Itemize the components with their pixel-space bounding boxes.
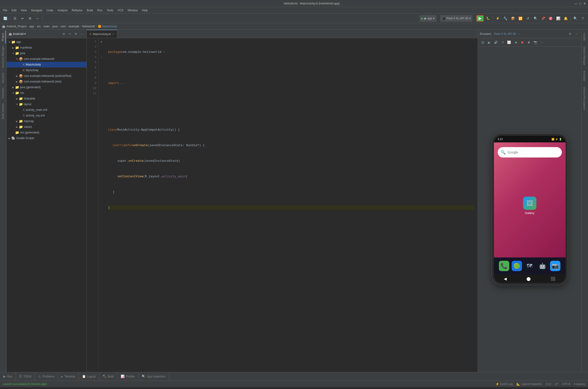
app-camera[interactable]: 📷 [550, 261, 560, 271]
tree-item-java-generated[interactable]: ▶ 📁 java (generated) [7, 84, 87, 90]
tree-item-mipmap[interactable]: ▶ 📁 mipmap [7, 118, 87, 124]
sidebar-item-build-variants[interactable]: Build Variants [0, 101, 6, 121]
google-search-bar[interactable]: 🔍 [498, 147, 562, 158]
app-android[interactable]: 🤖 [537, 261, 548, 271]
sidebar-item-resource-manager[interactable]: Resource Manager [0, 43, 6, 70]
build-action-6[interactable]: 🔍 [532, 15, 539, 22]
project-list-button[interactable]: ☰ [12, 15, 18, 22]
right-tab-gradle[interactable]: Gradle [582, 31, 588, 43]
build-action-10[interactable]: 🔔 [562, 15, 569, 22]
minimize-panel-button[interactable]: ─ [34, 15, 41, 22]
right-tab-emulator[interactable]: Emulator [582, 69, 588, 84]
app-selector[interactable]: ▶ ▶ app ▾ [420, 15, 436, 22]
phone-screen[interactable]: 🔍 🖼 Gallery [494, 142, 566, 258]
panel-action-minimize[interactable]: ─ [79, 31, 85, 36]
bottom-tab-logcat[interactable]: 📋 Logcat [79, 372, 99, 381]
bottom-tab-profiler[interactable]: 📊 Profiler [117, 372, 138, 381]
editor-tab-mainactivity[interactable]: K MainActivity.kt ✕ [87, 30, 117, 38]
menu-item-analyze[interactable]: Analyze [56, 8, 69, 13]
menu-item-run[interactable]: Run [96, 8, 104, 13]
right-tab-device-file-explorer[interactable]: Device File Explorer [582, 85, 588, 112]
tree-item-mainactivity[interactable]: K MainActivity [7, 62, 87, 67]
panel-action-2[interactable]: ≡ [67, 31, 72, 36]
bc-project[interactable]: Android_Project [6, 25, 26, 28]
tree-item-myactivity[interactable]: K MyActivity [7, 67, 87, 73]
menu-item-help[interactable]: Help [140, 8, 150, 13]
tree-item-res-generated[interactable]: 📁 res (generated) [7, 130, 87, 135]
emu-camera[interactable]: 📷 [533, 40, 538, 45]
sidebar-item-favorites[interactable]: Favorites [0, 85, 6, 101]
nav-home[interactable]: ⬤ [526, 277, 531, 281]
emu-vol-down[interactable]: 🔉 [486, 40, 492, 45]
menu-item-navigate[interactable]: Navigate [29, 8, 44, 13]
tree-item-test[interactable]: ▶ 📦 com.example.helloworld (test) [7, 79, 87, 84]
code-editor[interactable]: 12345 678910 11 ● → package com.example.… [87, 38, 478, 372]
build-action-8[interactable]: 🎯 [547, 15, 554, 22]
bc-mainactivity[interactable]: 🟠 MainActivity [98, 25, 117, 28]
emulator-settings[interactable]: ⚙ [567, 31, 573, 37]
emu-back[interactable]: ◀ [513, 40, 519, 45]
tree-item-java[interactable]: ▼ 📁 java [7, 50, 87, 56]
close-button[interactable]: ✕ [583, 2, 586, 5]
bc-helloworld[interactable]: helloworld [82, 25, 95, 28]
tree-item-res[interactable]: ▼ 📁 res [7, 90, 87, 96]
build-action-4[interactable]: 🔁 [517, 15, 524, 22]
window-controls[interactable]: — □ ✕ [574, 2, 586, 5]
run-button[interactable]: ▶ [476, 15, 484, 22]
tree-item-activity-main[interactable]: X activity_main.xml [7, 107, 87, 113]
app-play-store[interactable]: 🟢 [512, 261, 522, 271]
nav-recents[interactable]: ⬛ [551, 277, 555, 281]
sync-button[interactable]: 🔄 [2, 15, 8, 22]
bc-com[interactable]: com [60, 25, 66, 28]
align-button[interactable]: ⇌ [19, 15, 26, 22]
bottom-tab-build[interactable]: 🔨 Build [99, 372, 118, 381]
bottom-tab-todo[interactable]: ☰ TODO [16, 372, 35, 381]
tree-item-package[interactable]: ▼ 📦 com.example.helloworld [7, 56, 87, 62]
code-content[interactable]: package com.example.helloworld ✓ import … [104, 38, 478, 372]
bc-example[interactable]: example [69, 25, 79, 28]
emulator-tab-close[interactable]: ✕ [519, 33, 520, 35]
help-button[interactable]: ? [580, 15, 586, 22]
build-action-3[interactable]: 📦 [510, 15, 516, 22]
sidebar-item-project[interactable]: Project [0, 31, 6, 43]
app-phone[interactable]: 📞 [499, 261, 509, 271]
tree-item-gradle[interactable]: ▶ 🐘 Gradle Scripts [7, 135, 87, 141]
device-selector[interactable]: 📱 Pixel 4 XL API 30 ▾ [440, 15, 472, 22]
emulator-minimize[interactable]: ─ [574, 31, 580, 37]
bc-java[interactable]: java [52, 25, 58, 28]
app-maps[interactable]: 🗺 [524, 261, 535, 271]
tree-item-manifests[interactable]: ▶ 📁 manifests [7, 45, 87, 50]
emu-power[interactable]: ⏻ [480, 40, 486, 45]
emu-stop2[interactable]: ⏺ [526, 40, 532, 45]
build-action-1[interactable]: ⚡ [494, 15, 501, 22]
panel-action-1[interactable]: ⊕ [61, 31, 66, 36]
bc-main[interactable]: main [43, 25, 50, 28]
build-action-7[interactable]: 📌 [540, 15, 546, 22]
emu-screenshot[interactable]: ⬜ [506, 40, 512, 45]
bottom-tab-terminal[interactable]: ▸ Terminal [58, 372, 78, 381]
menu-item-file[interactable]: File [1, 8, 9, 13]
google-search-input[interactable] [508, 150, 559, 154]
tree-item-androidtest[interactable]: ▶ 📦 com.example.helloworld (androidTest) [7, 73, 87, 79]
debug-button[interactable]: 🐛 [485, 15, 491, 22]
emu-rotate[interactable]: ↺ [500, 40, 505, 45]
menu-item-code[interactable]: Code [45, 8, 55, 13]
tree-item-app[interactable]: ▼ 📁 app [7, 39, 87, 45]
bottom-tab-app-inspection[interactable]: 🔍 App Inspection [138, 372, 169, 381]
menu-item-refactor[interactable]: Refactor [70, 8, 84, 13]
menu-item-window[interactable]: Window [126, 8, 140, 13]
bc-app[interactable]: app [29, 25, 34, 28]
sidebar-item-structure[interactable]: Structure [0, 70, 6, 86]
menu-item-tools[interactable]: Tools [105, 8, 115, 13]
layout-inspector-link[interactable]: 📐 Layout Inspector [517, 382, 542, 386]
build-action-9[interactable]: 📊 [555, 15, 561, 22]
menu-item-vcs[interactable]: VCS [116, 8, 126, 13]
panel-action-gear[interactable]: ⚙ [73, 31, 78, 36]
tree-item-activity-my[interactable]: X activity_my.xml [7, 113, 87, 118]
settings-button[interactable]: ⚙ [27, 15, 33, 22]
right-tab-device-manager[interactable]: Device Manager [582, 44, 588, 68]
tree-item-values[interactable]: ▶ 📁 values [7, 124, 87, 130]
maximize-button[interactable]: □ [580, 2, 581, 5]
gallery-icon-image[interactable]: 🖼 [523, 197, 536, 210]
bottom-tab-problems[interactable]: ⚠ Problems [35, 372, 58, 381]
